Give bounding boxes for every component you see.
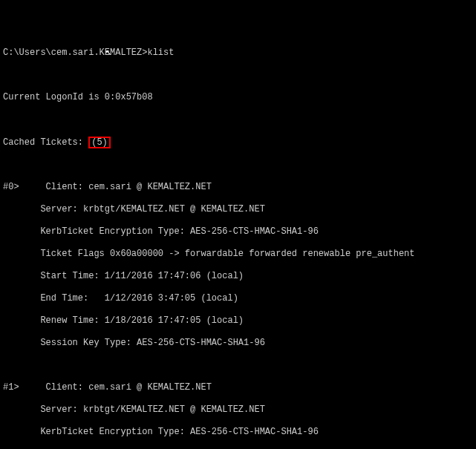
command-text: klist [147,47,174,58]
cached-tickets-label: Cached Tickets: [3,137,88,148]
ticket-index: #0> [3,182,19,192]
blank-line [3,360,473,371]
ticket-0-flags: Ticket Flags 0x60a00000 -> forwardable f… [3,249,473,260]
highlight-box-count-5: (5) [88,137,111,148]
ticket-1-server: Server: krbtgt/KEMALTEZ.NET @ KEMALTEZ.N… [3,404,473,416]
ticket-0-renew: Renew Time: 1/18/2016 17:47:05 (local) [3,315,473,327]
ticket-0-server: Server: krbtgt/KEMALTEZ.NET @ KEMALTEZ.N… [3,204,473,215]
ticket-0-start: Start Time: 1/11/2016 17:47:06 (local) [3,271,473,282]
blank-line [3,114,473,125]
cached-tickets-line: Cached Tickets: (5)↖ [3,137,473,148]
ticket-1-encryption: KerbTicket Encryption Type: AES-256-CTS-… [3,427,473,438]
cached-count: (5) [91,137,108,148]
ticket-0-end: End Time: 1/12/2016 3:47:05 (local) [3,293,473,304]
ticket-index: #1> [3,382,19,393]
ticket-0-encryption: KerbTicket Encryption Type: AES-256-CTS-… [3,226,473,237]
ticket-client: Client: cem.sari @ KEMALTEZ.NET [19,182,212,192]
prompt-path: C:\Users\cem.sari.KEMALTEZ> [3,47,147,58]
ticket-0-session: Session Key Type: AES-256-CTS-HMAC-SHA1-… [3,338,473,349]
ticket-1-index: #1> Client: cem.sari @ KEMALTEZ.NET [3,382,473,393]
blank-line [3,70,473,81]
ticket-client: Client: cem.sari @ KEMALTEZ.NET [19,382,212,393]
prompt-line-1: C:\Users\cem.sari.KEMALTEZ>klist [3,47,473,59]
logon-id-line: Current LogonId is 0:0x57b08 [3,92,473,103]
ticket-0-index: #0> Client: cem.sari @ KEMALTEZ.NET [3,182,473,193]
blank-line [3,160,473,171]
